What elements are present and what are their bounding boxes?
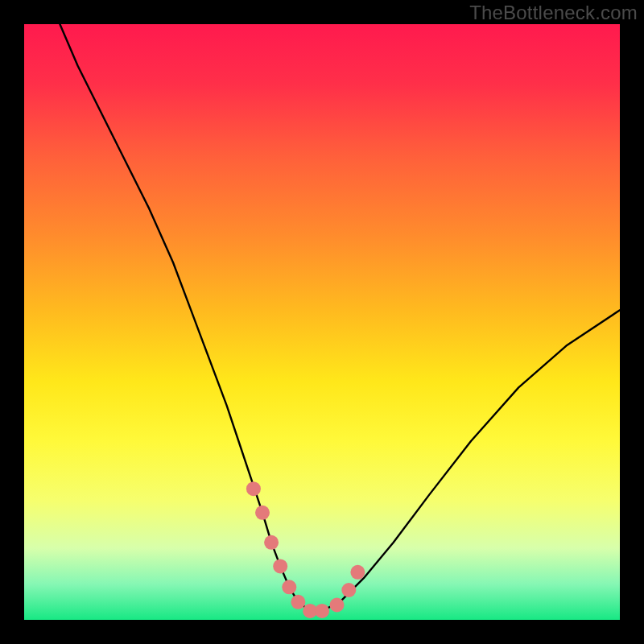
optimal-marker xyxy=(273,559,287,573)
optimal-marker xyxy=(330,598,345,613)
optimal-marker xyxy=(350,565,365,580)
optimal-marker xyxy=(264,535,279,550)
plot-background xyxy=(24,24,620,620)
optimal-marker xyxy=(255,506,270,520)
optimal-marker xyxy=(246,481,261,496)
watermark-label: TheBottleneck.com xyxy=(469,2,638,24)
optimal-marker xyxy=(282,580,296,594)
optimal-marker xyxy=(291,595,305,609)
chart-container: TheBottleneck.com xyxy=(0,0,644,644)
optimal-marker xyxy=(341,583,356,597)
optimal-marker xyxy=(315,604,329,618)
bottleneck-chart xyxy=(0,0,644,644)
